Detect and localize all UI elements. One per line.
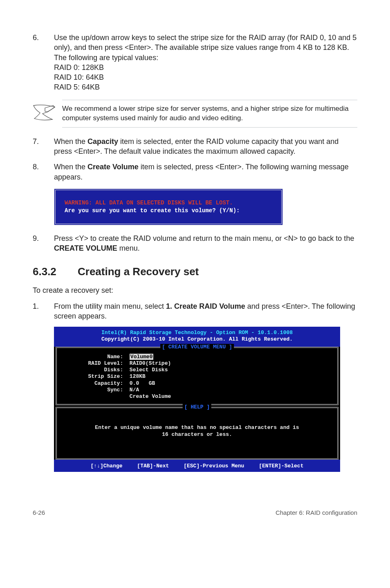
page-number: 6-26 [33,509,45,517]
row-create-volume: Create Volume [63,393,332,400]
step7-bold: Capacity [87,137,118,146]
footer-prev: [ESC]-Previous Menu [184,463,244,469]
help-panel: [ HELP ] Enter a unique volume name that… [56,407,338,460]
section-heading: 6.3.2Creating a Recovery set [33,265,357,279]
step-body: From the utility main menu, select 1. Cr… [54,301,357,321]
step6-raid0: RAID 0: 128KB [54,63,104,72]
note-pencil-icon [33,100,62,121]
chapter-label: Chapter 6: RAID configuration [276,509,357,517]
step6-raid5: RAID 5: 64KB [54,83,100,91]
section-number: 6.3.2 [33,265,78,279]
row-sync: Sync: N/A [63,387,332,393]
row-name: Name: Volume0 [63,354,332,360]
step9-a: Press <Y> to create the RAID volume and … [54,234,354,242]
label-name: Name: [63,354,130,360]
footer-select: [ENTER]-Select [259,463,303,469]
row-raid-level: RAID Level: RAID0(Stripe) [63,360,332,367]
step-body: When the Create Volume item is selected,… [54,162,357,182]
step7-a: When the [54,137,87,146]
step-1: 1. From the utility main menu, select 1.… [33,301,357,321]
step8-a: When the [54,163,87,171]
value-name: Volume0 [130,354,154,360]
step1-bold: 1. Create RAID Volume [166,302,245,310]
warning-line2: Are you sure you want to create this vol… [65,207,272,215]
step-7: 7. When the Capacity item is selected, e… [33,137,357,157]
step-number: 6. [33,33,54,92]
warning-dialog: WARNING: ALL DATA ON SELECTED DISKS WILL… [54,189,283,225]
panel-title-create: [ CREATE VOLUME MENU ] [160,344,234,350]
note-text: We recommend a lower stripe size for ser… [62,100,357,128]
bios-screenshot: Intel(R) Rapid Storage Technology - Opti… [54,327,340,472]
help-line2: 16 characters or less. [162,431,232,438]
bios-body: [ CREATE VOLUME MENU ] Name: Volume0 RAI… [54,347,340,460]
step6-raid10: RAID 10: 64KB [54,73,104,81]
row-capacity: Capacity: 0.0 GB [63,380,332,387]
panel-title-help: [ HELP ] [183,404,211,411]
step-number: 7. [33,137,54,157]
intro-text: To create a recovery set: [33,285,357,295]
step9-b: menu. [117,244,140,252]
footer-next: [TAB]-Next [137,463,169,469]
step-number: 8. [33,162,54,182]
step-8: 8. When the Create Volume item is select… [33,162,357,182]
step1-a: From the utility main menu, select [54,302,166,310]
create-volume-panel: [ CREATE VOLUME MENU ] Name: Volume0 RAI… [56,347,338,406]
step-body: Press <Y> to create the RAID volume and … [54,233,357,254]
footer-change: [↑↓]Change [91,463,123,469]
section-title: Creating a Recovery set [78,265,199,278]
bios-footer: [↑↓]Change [TAB]-Next [ESC]-Previous Men… [54,461,340,472]
warning-line1: WARNING: ALL DATA ON SELECTED DISKS WILL… [65,199,272,207]
bios-title-bar: Intel(R) Rapid Storage Technology - Opti… [54,327,340,345]
step-6: 6. Use the up/down arrow keys to select … [33,33,357,92]
bios-title-line1: Intel(R) Rapid Storage Technology - Opti… [54,330,340,336]
row-disks: Disks: Select Disks [63,367,332,373]
step-body: Use the up/down arrow keys to select the… [54,33,357,92]
step-number: 1. [33,301,54,321]
step-body: When the Capacity item is selected, ente… [54,137,357,157]
step6-text: Use the up/down arrow keys to select the… [54,34,356,62]
step9-bold: CREATE VOLUME [54,244,117,252]
help-line1: Enter a unique volume name that has no s… [95,424,299,431]
bios-title-line2: Copyright(C) 2003-10 Intel Corporation. … [54,336,340,343]
help-text: Enter a unique volume name that has no s… [63,411,332,454]
step-number: 9. [33,233,54,254]
note-block: We recommend a lower stripe size for ser… [33,100,357,128]
step8-bold: Create Volume [87,163,139,171]
step-9: 9. Press <Y> to create the RAID volume a… [33,233,357,254]
row-strip-size: Strip Size: 128KB [63,373,332,380]
page-footer: 6-26 Chapter 6: RAID configuration [33,509,357,517]
